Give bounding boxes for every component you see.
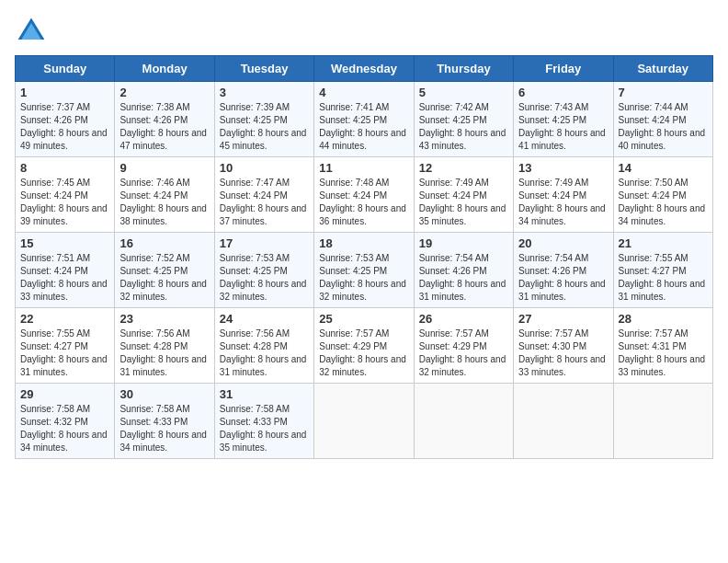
- calendar-cell: 28 Sunrise: 7:57 AM Sunset: 4:31 PM Dayl…: [613, 308, 712, 384]
- week-row-3: 15 Sunrise: 7:51 AM Sunset: 4:24 PM Dayl…: [16, 233, 713, 308]
- day-number: 11: [319, 161, 408, 175]
- cell-info: Sunrise: 7:58 AM Sunset: 4:33 PM Dayligh…: [119, 403, 209, 454]
- week-row-2: 8 Sunrise: 7:45 AM Sunset: 4:24 PM Dayli…: [16, 157, 713, 233]
- calendar-cell: [613, 384, 712, 459]
- week-row-4: 22 Sunrise: 7:55 AM Sunset: 4:27 PM Dayl…: [16, 308, 713, 384]
- cell-info: Sunrise: 7:49 AM Sunset: 4:24 PM Dayligh…: [419, 177, 508, 228]
- cell-info: Sunrise: 7:45 AM Sunset: 4:24 PM Dayligh…: [20, 177, 109, 228]
- day-number: 27: [518, 312, 608, 326]
- header-day-wednesday: Wednesday: [314, 56, 414, 82]
- header-day-thursday: Thursday: [414, 56, 513, 82]
- header-day-sunday: Sunday: [16, 56, 115, 82]
- calendar-table: SundayMondayTuesdayWednesdayThursdayFrid…: [15, 55, 713, 459]
- cell-info: Sunrise: 7:58 AM Sunset: 4:33 PM Dayligh…: [220, 403, 309, 454]
- day-number: 2: [119, 86, 209, 99]
- cell-info: Sunrise: 7:56 AM Sunset: 4:28 PM Dayligh…: [119, 327, 209, 379]
- cell-info: Sunrise: 7:55 AM Sunset: 4:27 PM Dayligh…: [619, 252, 708, 304]
- cell-info: Sunrise: 7:46 AM Sunset: 4:24 PM Dayligh…: [119, 177, 209, 228]
- calendar-cell: 15 Sunrise: 7:51 AM Sunset: 4:24 PM Dayl…: [16, 233, 115, 308]
- day-number: 3: [220, 86, 309, 99]
- day-number: 6: [518, 86, 608, 99]
- day-number: 16: [119, 236, 209, 250]
- day-number: 18: [319, 236, 408, 250]
- calendar-cell: 29 Sunrise: 7:58 AM Sunset: 4:32 PM Dayl…: [16, 384, 115, 459]
- cell-info: Sunrise: 7:51 AM Sunset: 4:24 PM Dayligh…: [20, 252, 109, 304]
- header-day-monday: Monday: [115, 56, 214, 82]
- day-number: 13: [518, 161, 608, 175]
- week-row-1: 1 Sunrise: 7:37 AM Sunset: 4:26 PM Dayli…: [16, 82, 713, 157]
- day-number: 12: [419, 161, 508, 175]
- day-number: 25: [319, 312, 408, 326]
- calendar-cell: 3 Sunrise: 7:39 AM Sunset: 4:25 PM Dayli…: [214, 82, 313, 157]
- cell-info: Sunrise: 7:43 AM Sunset: 4:25 PM Dayligh…: [518, 101, 608, 153]
- cell-info: Sunrise: 7:54 AM Sunset: 4:26 PM Dayligh…: [419, 252, 508, 304]
- day-number: 22: [20, 312, 109, 326]
- day-number: 17: [220, 236, 309, 250]
- cell-info: Sunrise: 7:42 AM Sunset: 4:25 PM Dayligh…: [419, 101, 508, 153]
- cell-info: Sunrise: 7:57 AM Sunset: 4:29 PM Dayligh…: [319, 327, 408, 379]
- cell-info: Sunrise: 7:38 AM Sunset: 4:26 PM Dayligh…: [119, 101, 209, 153]
- calendar-cell: 13 Sunrise: 7:49 AM Sunset: 4:24 PM Dayl…: [514, 157, 613, 233]
- calendar-cell: 25 Sunrise: 7:57 AM Sunset: 4:29 PM Dayl…: [314, 308, 414, 384]
- cell-info: Sunrise: 7:57 AM Sunset: 4:29 PM Dayligh…: [419, 327, 508, 379]
- calendar-cell: 26 Sunrise: 7:57 AM Sunset: 4:29 PM Dayl…: [414, 308, 513, 384]
- day-number: 20: [518, 236, 608, 250]
- calendar-cell: 1 Sunrise: 7:37 AM Sunset: 4:26 PM Dayli…: [16, 82, 115, 157]
- cell-info: Sunrise: 7:52 AM Sunset: 4:25 PM Dayligh…: [119, 252, 209, 304]
- cell-info: Sunrise: 7:47 AM Sunset: 4:24 PM Dayligh…: [220, 177, 309, 228]
- calendar-cell: 30 Sunrise: 7:58 AM Sunset: 4:33 PM Dayl…: [115, 384, 214, 459]
- header-row: SundayMondayTuesdayWednesdayThursdayFrid…: [16, 56, 713, 82]
- day-number: 15: [20, 236, 109, 250]
- day-number: 26: [419, 312, 508, 326]
- calendar-cell: 21 Sunrise: 7:55 AM Sunset: 4:27 PM Dayl…: [613, 233, 712, 308]
- day-number: 14: [619, 161, 708, 175]
- calendar-cell: 22 Sunrise: 7:55 AM Sunset: 4:27 PM Dayl…: [16, 308, 115, 384]
- calendar-cell: 31 Sunrise: 7:58 AM Sunset: 4:33 PM Dayl…: [214, 384, 313, 459]
- calendar-cell: 11 Sunrise: 7:48 AM Sunset: 4:24 PM Dayl…: [314, 157, 414, 233]
- day-number: 28: [619, 312, 708, 326]
- week-row-5: 29 Sunrise: 7:58 AM Sunset: 4:32 PM Dayl…: [16, 384, 713, 459]
- calendar-cell: [514, 384, 613, 459]
- day-number: 30: [119, 387, 209, 401]
- cell-info: Sunrise: 7:50 AM Sunset: 4:24 PM Dayligh…: [619, 177, 708, 228]
- cell-info: Sunrise: 7:54 AM Sunset: 4:26 PM Dayligh…: [518, 252, 608, 304]
- day-number: 10: [220, 161, 309, 175]
- cell-info: Sunrise: 7:48 AM Sunset: 4:24 PM Dayligh…: [319, 177, 408, 228]
- calendar-cell: 16 Sunrise: 7:52 AM Sunset: 4:25 PM Dayl…: [115, 233, 214, 308]
- calendar-cell: 18 Sunrise: 7:53 AM Sunset: 4:25 PM Dayl…: [314, 233, 414, 308]
- day-number: 21: [619, 236, 708, 250]
- calendar-cell: 2 Sunrise: 7:38 AM Sunset: 4:26 PM Dayli…: [115, 82, 214, 157]
- day-number: 31: [220, 387, 309, 401]
- calendar-cell: 9 Sunrise: 7:46 AM Sunset: 4:24 PM Dayli…: [115, 157, 214, 233]
- calendar-cell: 10 Sunrise: 7:47 AM Sunset: 4:24 PM Dayl…: [214, 157, 313, 233]
- logo: [15, 15, 51, 48]
- header-day-friday: Friday: [514, 56, 613, 82]
- calendar-cell: 14 Sunrise: 7:50 AM Sunset: 4:24 PM Dayl…: [613, 157, 712, 233]
- calendar-cell: 8 Sunrise: 7:45 AM Sunset: 4:24 PM Dayli…: [16, 157, 115, 233]
- day-number: 4: [319, 86, 408, 99]
- calendar-cell: [314, 384, 414, 459]
- calendar-cell: 20 Sunrise: 7:54 AM Sunset: 4:26 PM Dayl…: [514, 233, 613, 308]
- cell-info: Sunrise: 7:44 AM Sunset: 4:24 PM Dayligh…: [619, 101, 708, 153]
- calendar-cell: 4 Sunrise: 7:41 AM Sunset: 4:25 PM Dayli…: [314, 82, 414, 157]
- cell-info: Sunrise: 7:57 AM Sunset: 4:30 PM Dayligh…: [518, 327, 608, 379]
- cell-info: Sunrise: 7:39 AM Sunset: 4:25 PM Dayligh…: [220, 101, 309, 153]
- day-number: 19: [419, 236, 508, 250]
- day-number: 29: [20, 387, 109, 401]
- cell-info: Sunrise: 7:56 AM Sunset: 4:28 PM Dayligh…: [220, 327, 309, 379]
- cell-info: Sunrise: 7:37 AM Sunset: 4:26 PM Dayligh…: [20, 101, 109, 153]
- day-number: 8: [20, 161, 109, 175]
- header-day-saturday: Saturday: [613, 56, 712, 82]
- calendar-cell: [414, 384, 513, 459]
- header-day-tuesday: Tuesday: [214, 56, 313, 82]
- calendar-cell: 19 Sunrise: 7:54 AM Sunset: 4:26 PM Dayl…: [414, 233, 513, 308]
- cell-info: Sunrise: 7:57 AM Sunset: 4:31 PM Dayligh…: [619, 327, 708, 379]
- day-number: 5: [419, 86, 508, 99]
- calendar-cell: 5 Sunrise: 7:42 AM Sunset: 4:25 PM Dayli…: [414, 82, 513, 157]
- cell-info: Sunrise: 7:53 AM Sunset: 4:25 PM Dayligh…: [220, 252, 309, 304]
- cell-info: Sunrise: 7:58 AM Sunset: 4:32 PM Dayligh…: [20, 403, 109, 454]
- logo-icon: [15, 15, 48, 48]
- cell-info: Sunrise: 7:53 AM Sunset: 4:25 PM Dayligh…: [319, 252, 408, 304]
- calendar-cell: 7 Sunrise: 7:44 AM Sunset: 4:24 PM Dayli…: [613, 82, 712, 157]
- day-number: 1: [20, 86, 109, 99]
